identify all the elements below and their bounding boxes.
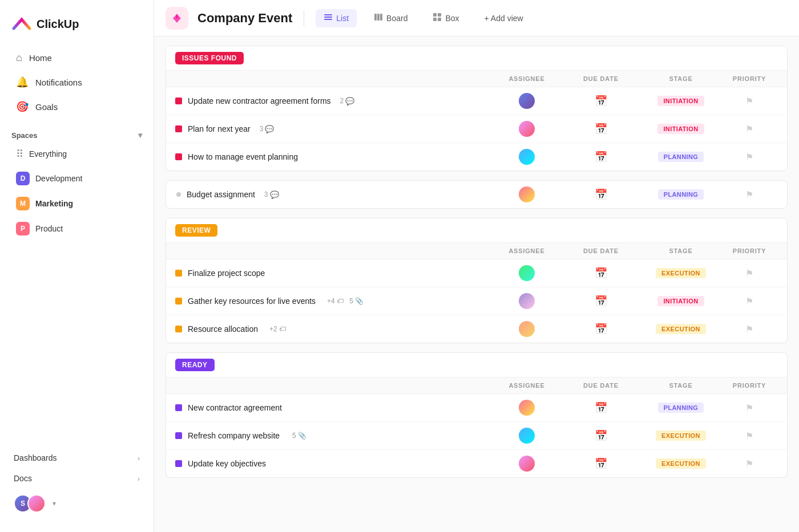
table-row[interactable]: How to manage event planning 📅 PLANNING … [166, 143, 787, 170]
sidebar-item-product[interactable]: P Product [5, 217, 149, 241]
table-row[interactable]: New contractor agreement 📅 PLANNING ⚑ [166, 394, 787, 422]
task-status-dot [175, 326, 182, 332]
user-area[interactable]: S ▾ [7, 489, 147, 518]
user-menu-caret: ▾ [53, 499, 56, 507]
avatar [519, 186, 535, 202]
product-dot: P [16, 222, 30, 235]
task-name-cell: Gather key resources for live events +4 … [175, 297, 493, 306]
group-ready-header: READY [166, 353, 787, 377]
flag-icon: ⚑ [745, 431, 753, 441]
due-date-cell[interactable]: 📅 [561, 295, 641, 307]
due-date-cell[interactable]: 📅 [561, 188, 641, 201]
stage-cell: EXECUTION [641, 458, 721, 469]
task-status-dot [175, 298, 182, 304]
task-status-dot [175, 404, 182, 411]
view-board-label: Board [386, 14, 407, 23]
svg-rect-1 [324, 17, 332, 18]
sidebar-item-home[interactable]: ⌂ Home [5, 46, 149, 70]
due-date-cell[interactable]: 📅 [561, 401, 641, 414]
assignee-cell [493, 400, 561, 416]
flag-icon: ⚑ [745, 403, 753, 413]
stage-badge: EXECUTION [656, 431, 706, 441]
priority-cell: ⚑ [721, 152, 778, 163]
flag-icon: ⚑ [745, 296, 753, 307]
due-date-cell[interactable]: 📅 [561, 323, 641, 335]
avatar [519, 456, 535, 472]
stage-badge: EXECUTION [656, 458, 706, 469]
table-row[interactable]: Refresh company website 5 📎 📅 EXECUTION … [166, 422, 787, 450]
comment-count-num: 2 [340, 97, 344, 105]
priority-cell: ⚑ [721, 403, 778, 413]
project-title: Company Event [197, 11, 292, 26]
col-assignee: ASSIGNEE [493, 382, 561, 389]
table-header-review: ASSIGNEE DUE DATE STAGE PRIORITY [166, 243, 787, 259]
stage-cell: PLANNING [641, 403, 721, 413]
col-due-date: DUE DATE [561, 75, 641, 82]
content-area: ISSUES FOUND ASSIGNEE DUE DATE STAGE PRI… [154, 36, 799, 532]
priority-cell: ⚑ [721, 458, 778, 469]
home-icon: ⌂ [16, 52, 22, 64]
avatar [519, 265, 535, 281]
sidebar-item-development[interactable]: D Development [5, 166, 149, 190]
table-row[interactable]: Update key objectives 📅 EXECUTION ⚑ [166, 450, 787, 477]
stage-badge: INITIATION [657, 296, 704, 306]
svg-rect-8 [433, 18, 437, 21]
view-list-button[interactable]: List [316, 9, 357, 27]
logo-text: ClickUp [37, 18, 79, 31]
chevron-down-icon[interactable]: ▾ [138, 131, 142, 140]
due-date-cell[interactable]: 📅 [561, 151, 641, 163]
task-name-cell: New contractor agreement [175, 403, 493, 412]
avatar-stack: S [14, 494, 46, 513]
table-row[interactable]: Gather key resources for live events +4 … [166, 287, 787, 315]
flag-icon: ⚑ [745, 268, 753, 279]
task-name-cell: Update new contractor agreement forms 2 … [175, 96, 493, 105]
priority-cell: ⚑ [721, 296, 778, 307]
sidebar-item-docs[interactable]: Docs › [7, 468, 147, 489]
due-date-cell[interactable]: 📅 [561, 123, 641, 135]
col-priority: PRIORITY [721, 247, 778, 254]
table-header-issues-found: ASSIGNEE DUE DATE STAGE PRIORITY [166, 71, 787, 87]
dashboards-label: Dashboards [14, 453, 57, 462]
due-date-cell[interactable]: 📅 [561, 267, 641, 279]
table-row[interactable]: Finalize project scope 📅 EXECUTION ⚑ [166, 259, 787, 287]
view-box-button[interactable]: Box [425, 9, 467, 27]
sidebar-item-notifications[interactable]: 🔔 Notifications [5, 70, 149, 94]
table-header-ready: ASSIGNEE DUE DATE STAGE PRIORITY [166, 377, 787, 394]
box-icon [433, 13, 442, 24]
table-row[interactable]: Plan for next year 3 💬 📅 INITIATION [166, 115, 787, 143]
group-ready: READY ASSIGNEE DUE DATE STAGE PRIORITY N… [166, 352, 788, 478]
table-row[interactable]: Update new contractor agreement forms 2 … [166, 87, 787, 115]
task-name: Budget assignment [187, 190, 255, 199]
sidebar-item-development-label: Development [35, 174, 83, 183]
calendar-icon: 📅 [595, 429, 607, 442]
stage-cell: EXECUTION [641, 324, 721, 334]
comment-count: 3 💬 [260, 125, 275, 133]
attachment-count: 5 📎 [349, 297, 364, 305]
table-row[interactable]: Resource allocation +2 🏷 📅 EXECUTION ⚑ [166, 315, 787, 343]
assignee-cell [493, 428, 561, 444]
avatar [519, 400, 535, 416]
sidebar-item-dashboards[interactable]: Dashboards › [7, 448, 147, 468]
table-row[interactable]: Budget assignment 3 💬 📅 PLANNING [166, 181, 787, 208]
stage-cell: EXECUTION [641, 268, 721, 278]
due-date-cell[interactable]: 📅 [561, 457, 641, 470]
view-box-label: Box [445, 14, 459, 23]
add-view-button[interactable]: + Add view [477, 10, 531, 26]
sidebar-item-goals[interactable]: 🎯 Goals [5, 95, 149, 119]
sidebar-item-everything[interactable]: ⠿ Everything [5, 143, 149, 165]
due-date-cell[interactable]: 📅 [561, 429, 641, 442]
stage-badge: PLANNING [658, 403, 704, 413]
comment-count: 2 💬 [340, 97, 355, 105]
sidebar-item-marketing[interactable]: M Marketing [5, 192, 149, 216]
due-date-cell[interactable]: 📅 [561, 95, 641, 107]
assignee-cell [493, 121, 561, 137]
flag-icon: ⚑ [745, 189, 753, 200]
col-stage: STAGE [641, 382, 721, 389]
clickup-logo-icon [11, 14, 32, 34]
project-icon [166, 7, 188, 30]
view-board-button[interactable]: Board [366, 9, 415, 27]
tag-count: +4 🏷 [327, 297, 344, 305]
group-issues-found: ISSUES FOUND ASSIGNEE DUE DATE STAGE PRI… [166, 46, 788, 171]
docs-label: Docs [14, 474, 32, 483]
main-content: Company Event List Board Box + Add view [154, 0, 799, 532]
